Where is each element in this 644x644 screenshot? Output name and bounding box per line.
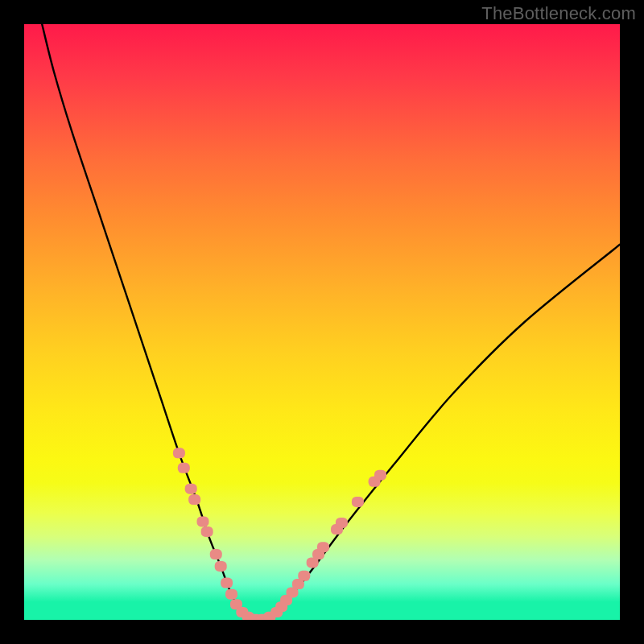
highlight-marker: [225, 589, 237, 600]
highlight-marker: [178, 463, 190, 473]
highlight-marker: [336, 518, 348, 528]
highlight-marker: [173, 448, 185, 458]
highlight-marker: [197, 516, 209, 526]
highlight-marker: [210, 549, 222, 559]
highlight-marker: [201, 526, 213, 537]
highlight-marker: [352, 497, 364, 507]
highlight-marker: [215, 561, 227, 572]
highlight-marker: [317, 542, 329, 552]
chart-svg: [24, 24, 620, 620]
highlight-marker: [188, 494, 200, 505]
plot-area: [24, 24, 620, 620]
chart-frame: TheBottleneck.com: [0, 0, 644, 644]
highlight-marker: [185, 484, 197, 494]
highlight-marker: [221, 578, 233, 588]
highlight-marker: [298, 571, 310, 581]
watermark-text: TheBottleneck.com: [481, 3, 636, 24]
highlight-marker: [374, 470, 386, 481]
highlight-markers-group: [173, 448, 386, 620]
